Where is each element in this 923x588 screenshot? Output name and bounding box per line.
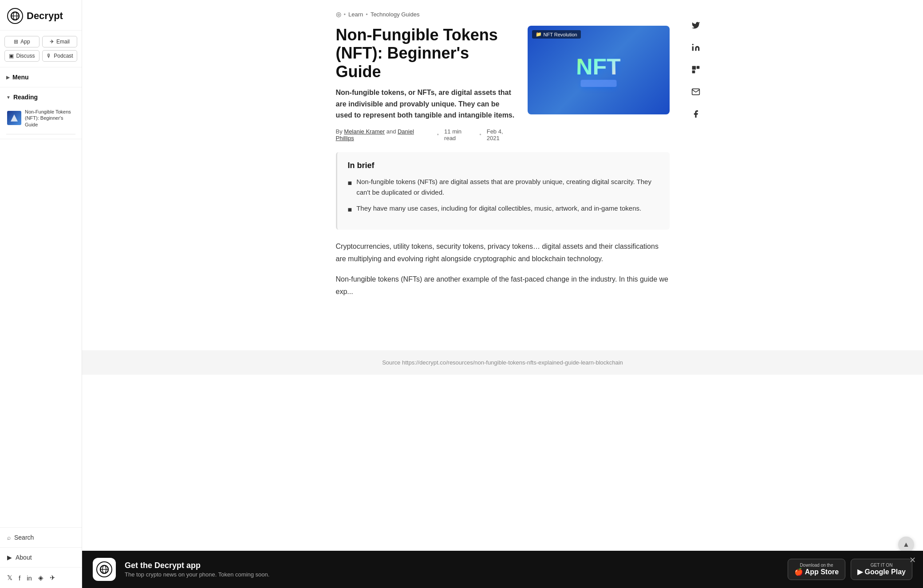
linkedin-icon[interactable]: in: [27, 574, 32, 582]
body-paragraph-1: Cryptocurrencies, utility tokens, securi…: [336, 240, 670, 265]
promo-app-icon: [93, 558, 116, 581]
promo-text: Get the Decrypt app The top crypto news …: [125, 561, 779, 578]
brief-item-1: ■ Non-fungible tokens (NFTs) are digital…: [348, 176, 659, 198]
play-store-label: ▶ Google Play: [857, 568, 906, 576]
article-read-time: 11 min read: [444, 128, 474, 141]
source-footer: Source https://decrypt.co/resources/non-…: [82, 350, 923, 375]
breadcrumb: ◎ • Learn • Technology Guides: [336, 11, 670, 18]
promo-close-button[interactable]: ✕: [909, 556, 916, 564]
svg-marker-3: [11, 114, 18, 122]
podcast-icon: 🎙: [46, 53, 51, 59]
nft-3d-text: NFT: [576, 54, 621, 87]
chevron-down-icon: ▼: [6, 95, 11, 100]
brief-list: ■ Non-fungible tokens (NFTs) are digital…: [348, 176, 659, 216]
menu-section: ▶ Menu: [0, 67, 82, 87]
share-flipboard-icon[interactable]: [688, 62, 703, 77]
breadcrumb-tech-guides[interactable]: Technology Guides: [371, 11, 420, 18]
app-promo-banner: ✕ Get the Decrypt app The top crypto new…: [82, 551, 923, 588]
app-store-top-label: Download on the: [800, 563, 833, 568]
play-store-button[interactable]: GET IT ON ▶ Google Play: [851, 559, 912, 580]
facebook-icon[interactable]: f: [19, 574, 20, 582]
reading-underline: [6, 134, 75, 134]
scroll-to-top-button[interactable]: ▲: [898, 537, 914, 553]
brief-title: In brief: [348, 161, 659, 170]
reading-item[interactable]: Non-Fungible Tokens (NFT): Beginner's Gu…: [6, 107, 75, 129]
main-content: ◎ • Learn • Technology Guides Non-Fungib…: [82, 0, 923, 588]
twitter-icon[interactable]: 𝕏: [7, 574, 12, 582]
search-nav-item[interactable]: ⌕ Search: [0, 528, 82, 548]
breadcrumb-learn[interactable]: Learn: [348, 11, 363, 18]
brief-item-2: ■ They have many use cases, including fo…: [348, 203, 659, 216]
reading-section: ▼ Reading Non-Fungible Tokens (NFT): Beg…: [0, 87, 82, 139]
article-hero-image: 📁 NFT Revolution NFT: [528, 26, 670, 114]
share-twitter-icon[interactable]: [688, 18, 703, 33]
menu-toggle[interactable]: ▶ Menu: [6, 72, 75, 82]
promo-stores: Download on the 🍎 App Store GET IT ON ▶ …: [788, 559, 912, 580]
reading-thumb: [7, 111, 21, 125]
sidebar-action-buttons: ⊞ App ✈ Email ▣ Discuss 🎙 Podcast: [0, 31, 82, 67]
podcast-button[interactable]: 🎙 Podcast: [42, 50, 77, 62]
discord-icon[interactable]: ◈: [38, 574, 43, 582]
app-button[interactable]: ⊞ App: [4, 36, 39, 47]
article-container: ◎ • Learn • Technology Guides Non-Fungib…: [325, 0, 680, 333]
article-meta: By Melanie Kramer and Daniel Phillips • …: [336, 128, 517, 141]
article-header: Non-Fungible Tokens (NFT): Beginner's Gu…: [336, 26, 670, 141]
sidebar-bottom: ⌕ Search ▶ About 𝕏 f in ◈ ✈: [0, 527, 82, 588]
discuss-button[interactable]: ▣ Discuss: [4, 50, 39, 62]
about-chevron-icon: ▶: [7, 554, 12, 561]
share-facebook-icon[interactable]: [688, 106, 703, 122]
share-email-icon[interactable]: [688, 84, 703, 99]
reading-toggle[interactable]: ▼ Reading: [6, 92, 75, 102]
site-name: Decrypt: [27, 10, 63, 22]
article-subtitle: Non-fungible tokens, or NFTs, are digita…: [336, 87, 517, 121]
app-store-button[interactable]: Download on the 🍎 App Store: [788, 559, 845, 580]
promo-logo: [96, 561, 112, 577]
folder-icon: 📁: [536, 31, 542, 37]
email-icon: ✈: [50, 39, 54, 45]
logo-icon: [7, 8, 23, 24]
email-button[interactable]: ✈ Email: [42, 36, 77, 47]
telegram-icon[interactable]: ✈: [50, 574, 55, 582]
svg-rect-7: [692, 71, 695, 74]
bullet-icon-2: ■: [348, 204, 352, 216]
chevron-right-icon: ▶: [6, 75, 10, 80]
sidebar-social: 𝕏 f in ◈ ✈: [0, 568, 82, 588]
share-column: [688, 18, 703, 122]
article-title-section: Non-Fungible Tokens (NFT): Beginner's Gu…: [336, 26, 517, 141]
brief-section: In brief ■ Non-fungible tokens (NFTs) ar…: [336, 152, 670, 230]
search-icon: ⌕: [7, 534, 11, 541]
svg-rect-5: [692, 66, 695, 70]
article-date: Feb 4, 2021: [487, 128, 517, 141]
article-byline: By Melanie Kramer and Daniel Phillips: [336, 128, 432, 141]
reading-item-title: Non-Fungible Tokens (NFT): Beginner's Gu…: [25, 109, 75, 128]
play-store-top-label: GET IT ON: [871, 563, 893, 568]
discuss-icon: ▣: [9, 53, 14, 59]
promo-subtitle: The top crypto news on your phone. Token…: [125, 571, 779, 578]
about-nav-item[interactable]: ▶ About: [0, 548, 82, 568]
site-logo[interactable]: Decrypt: [0, 0, 82, 31]
svg-rect-6: [696, 66, 699, 69]
app-store-label: 🍎 App Store: [794, 568, 839, 576]
app-icon: ⊞: [14, 39, 18, 45]
svg-point-4: [692, 44, 693, 45]
hero-badge: 📁 NFT Revolution: [532, 30, 581, 39]
promo-title: Get the Decrypt app: [125, 561, 779, 570]
share-linkedin-icon[interactable]: [688, 40, 703, 55]
breadcrumb-logo-icon: ◎: [336, 11, 341, 18]
bullet-icon-1: ■: [348, 177, 352, 198]
nft-graphic: NFT: [528, 26, 670, 114]
body-paragraph-2: Non-fungible tokens (NFTs) are another e…: [336, 273, 670, 298]
author-melanie[interactable]: Melanie Kramer: [344, 128, 385, 135]
article-title: Non-Fungible Tokens (NFT): Beginner's Gu…: [336, 26, 517, 81]
sidebar: Decrypt ⊞ App ✈ Email ▣ Discuss 🎙 Podcas…: [0, 0, 82, 588]
